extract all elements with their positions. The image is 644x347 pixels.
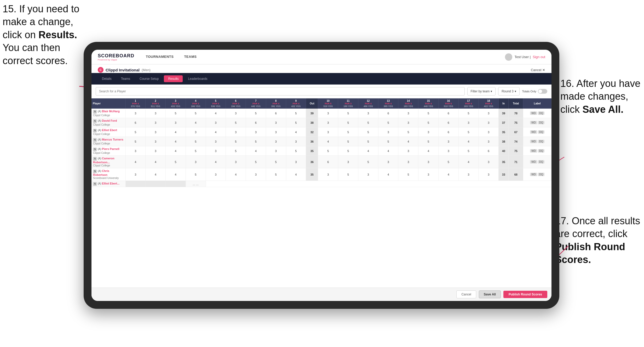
tab-leaderboards[interactable]: Leaderboards: [184, 75, 211, 82]
nav-tournaments[interactable]: TOURNAMENTS: [145, 55, 175, 59]
hole-18-score[interactable]: 3: [479, 156, 499, 168]
hole-3-score[interactable]: 3: [166, 118, 186, 127]
hole-4-score[interactable]: 5: [186, 168, 206, 181]
hole-4-score[interactable]: 5: [186, 137, 206, 146]
hole-17-score[interactable]: 4: [458, 137, 479, 146]
hole-1-score[interactable]: 3: [125, 109, 146, 118]
hole-8-score[interactable]: 3: [266, 146, 286, 156]
hole-12-score[interactable]: 5: [358, 127, 378, 137]
hole-16-score[interactable]: 5: [438, 156, 458, 168]
sort-icon[interactable]: ⇅: [93, 110, 97, 114]
hole-18-score[interactable]: 3: [479, 137, 499, 146]
hole-7-score[interactable]: 3: [246, 127, 266, 137]
hole-18-score[interactable]: 3: [479, 127, 499, 137]
wd-button[interactable]: WD: [530, 111, 537, 115]
hole-6-score[interactable]: 4: [226, 168, 246, 181]
hole-15-score[interactable]: 3: [418, 168, 439, 181]
hole-11-score[interactable]: 5: [338, 118, 358, 127]
hole-15-score[interactable]: 4: [418, 146, 439, 156]
sort-icon[interactable]: ⇅: [93, 182, 97, 186]
hole-11-score[interactable]: 5: [338, 127, 358, 137]
hole-1-score[interactable]: 5: [125, 137, 146, 146]
hole-15-score[interactable]: 5: [418, 118, 439, 127]
hole-16-score[interactable]: 3: [438, 137, 458, 146]
hole-10-score[interactable]: 6: [318, 156, 338, 168]
hole-8-score[interactable]: 3: [266, 137, 286, 146]
hole-2-score[interactable]: 4: [146, 156, 166, 168]
hole-4-score[interactable]: 5: [186, 146, 206, 156]
wd-button[interactable]: WD: [530, 160, 537, 164]
hole-9-score[interactable]: 3: [286, 137, 306, 146]
hole-15-score[interactable]: 3: [418, 156, 439, 168]
hole-13-score[interactable]: 4: [378, 146, 398, 156]
hole-15-score[interactable]: 5: [418, 137, 439, 146]
hole-18-score[interactable]: 6: [479, 146, 499, 156]
dq-button[interactable]: DQ: [538, 160, 544, 164]
hole-8-score[interactable]: 5: [266, 156, 286, 168]
hole-12-score[interactable]: 3: [358, 168, 378, 181]
hole-9-score[interactable]: 4: [286, 127, 306, 137]
round-selector-button[interactable]: Round 3 ▾: [498, 87, 519, 96]
hole-12-score[interactable]: 5: [358, 156, 378, 168]
hole-14-score[interactable]: 3: [398, 109, 418, 118]
hole-3-score[interactable]: 4: [166, 127, 186, 137]
player-name[interactable]: Elliot Ebert: [102, 128, 117, 132]
hole-11-score[interactable]: 5: [338, 168, 358, 181]
hole-3-score[interactable]: 4: [166, 146, 186, 156]
hole-9-score[interactable]: 4: [286, 168, 306, 181]
hole-18-score[interactable]: 3: [479, 168, 499, 181]
hole-10-score[interactable]: 3: [318, 127, 338, 137]
hole-7-score[interactable]: 5: [246, 156, 266, 168]
hole-5-score[interactable]: 3: [206, 137, 226, 146]
player-name[interactable]: Elliot Ebert...: [102, 182, 119, 185]
hole-6-score[interactable]: 5: [226, 118, 246, 127]
sort-icon[interactable]: ⇅: [93, 157, 97, 161]
signout-link[interactable]: Sign out: [533, 55, 545, 59]
hole-5-score[interactable]: 4: [206, 156, 226, 168]
hole-17-score[interactable]: 3: [458, 118, 479, 127]
hole-13-score[interactable]: 3: [378, 127, 398, 137]
hole-6-score[interactable]: 3: [226, 156, 246, 168]
hole-13-score[interactable]: 3: [378, 156, 398, 168]
hole-7-score[interactable]: 5: [246, 137, 266, 146]
dq-button[interactable]: DQ: [538, 173, 544, 176]
hole-6-score[interactable]: 5: [226, 146, 246, 156]
dq-button[interactable]: DQ: [538, 149, 544, 153]
hole-8-score[interactable]: 6: [266, 109, 286, 118]
hole-1-score[interactable]: 3: [125, 146, 146, 156]
hole-14-score[interactable]: 5: [398, 127, 418, 137]
nav-teams[interactable]: TEAMS: [183, 55, 198, 59]
dq-button[interactable]: DQ: [538, 121, 544, 124]
hole-17-score[interactable]: 4: [458, 156, 479, 168]
hole-1-score[interactable]: 3: [125, 168, 146, 181]
hole-3-score[interactable]: 4: [166, 137, 186, 146]
hole-4-score[interactable]: 4: [186, 118, 206, 127]
hole-1-score[interactable]: 6: [125, 118, 146, 127]
hole-5-score[interactable]: 3: [206, 168, 226, 181]
tab-details[interactable]: Details: [98, 75, 116, 82]
hole-7-score[interactable]: 3: [246, 168, 266, 181]
hole-1-score[interactable]: 5: [125, 127, 146, 137]
hole-6-score[interactable]: 3: [226, 127, 246, 137]
dq-button[interactable]: DQ: [538, 111, 544, 115]
hole-11-score[interactable]: 5: [338, 146, 358, 156]
hole-16-score[interactable]: 4: [438, 168, 458, 181]
hole-12-score[interactable]: 5: [358, 118, 378, 127]
wd-button[interactable]: WD: [530, 130, 537, 134]
hole-17-score[interactable]: 5: [458, 146, 479, 156]
hole-8-score[interactable]: 3: [266, 127, 286, 137]
hole-2-score[interactable]: 3: [146, 118, 166, 127]
hole-1-score[interactable]: 4: [125, 156, 146, 168]
tab-results[interactable]: Results: [164, 75, 183, 82]
wd-button[interactable]: WD: [530, 173, 537, 176]
tab-course-setup[interactable]: Course Setup: [135, 75, 163, 82]
hole-12-score[interactable]: 5: [358, 137, 378, 146]
hole-15-score[interactable]: 3: [418, 127, 439, 137]
hole-18-score[interactable]: 3: [479, 118, 499, 127]
dq-button[interactable]: DQ: [538, 140, 544, 143]
hole-7-score[interactable]: 5: [246, 109, 266, 118]
sort-icon[interactable]: ⇅: [93, 119, 97, 123]
publish-round-scores-button[interactable]: Publish Round Scores: [503, 291, 547, 298]
hole-5-score[interactable]: 4: [206, 109, 226, 118]
hole-16-score[interactable]: 6: [438, 118, 458, 127]
